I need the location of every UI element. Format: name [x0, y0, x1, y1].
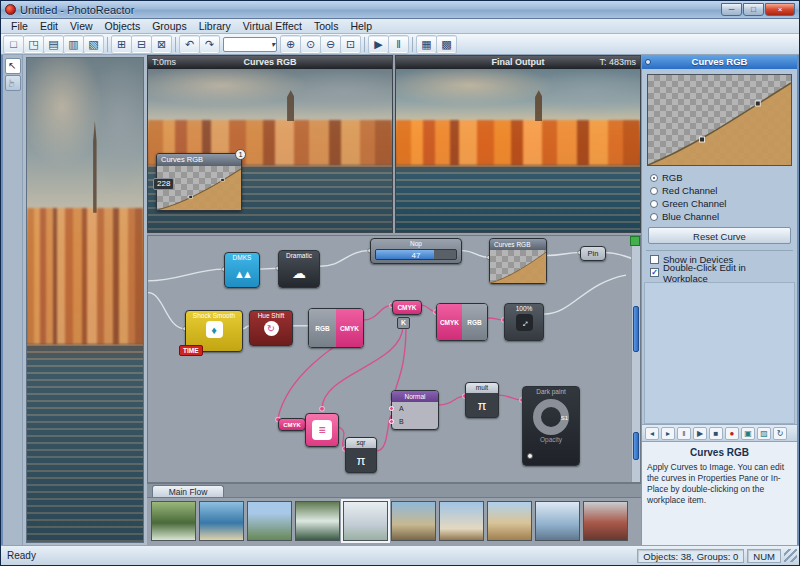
delete-icon[interactable]: ⊠	[152, 36, 171, 53]
channel-option-green[interactable]: Green Channel	[642, 197, 797, 210]
input-port-a[interactable]	[389, 406, 394, 411]
preview-header[interactable]: Final Output T: 483ms	[396, 56, 640, 69]
checkbox-unchecked[interactable]	[650, 255, 659, 264]
scrollbar-thumb[interactable]	[633, 306, 639, 352]
redo-icon[interactable]: ↷	[200, 36, 219, 53]
radio-blue[interactable]	[650, 213, 658, 221]
scrollbar-thumb[interactable]	[633, 432, 639, 460]
curve-editor[interactable]	[647, 74, 792, 166]
node-graph-canvas[interactable]: DMKS ▲▲ Dramatic ☁ Nop 47 Curves RGB	[147, 235, 641, 483]
play-icon[interactable]: ▶	[693, 427, 707, 440]
output-port[interactable]	[527, 453, 533, 459]
filmstrip-thumbnail[interactable]	[439, 501, 484, 541]
node-cmyk-split[interactable]: CMYK K	[392, 300, 422, 315]
channel-option-blue[interactable]: Blue Channel	[642, 210, 797, 223]
menu-edit[interactable]: Edit	[34, 20, 64, 32]
channel-option-red[interactable]: Red Channel	[642, 184, 797, 197]
filmstrip-thumbnail[interactable]	[199, 501, 244, 541]
close-button[interactable]: ×	[765, 3, 795, 16]
menu-view[interactable]: View	[64, 20, 99, 32]
new-file-icon[interactable]: □	[4, 36, 23, 53]
progress-bar[interactable]: 47	[375, 249, 457, 260]
node-mult[interactable]: mult π	[465, 382, 499, 418]
menu-virtual-effect[interactable]: Virtual Effect	[237, 20, 308, 32]
zoom-fit-icon[interactable]: ⊡	[341, 36, 360, 53]
channel-option-rgb[interactable]: RGB	[642, 171, 797, 184]
node-pin[interactable]: Pin	[580, 246, 606, 261]
zoom-in-icon[interactable]: ⊕	[281, 36, 300, 53]
hand-tool-button[interactable]: ☞	[5, 75, 21, 91]
input-port-b[interactable]	[389, 419, 394, 424]
minimize-button[interactable]: ─	[721, 3, 742, 16]
filmstrip-thumbnail-selected[interactable]	[343, 501, 388, 541]
opacity-knob[interactable]: S1	[533, 399, 569, 435]
filmstrip-thumbnail[interactable]	[391, 501, 436, 541]
node-levels[interactable]: ≡	[305, 413, 339, 447]
node-sqr[interactable]: sqr π	[345, 437, 377, 473]
zoom-out-icon[interactable]: ⊖	[321, 36, 340, 53]
save-file-icon[interactable]: ▤	[44, 36, 63, 53]
node-blend-normal[interactable]: Normal A B	[391, 390, 439, 430]
node-dmks[interactable]: DMKS ▲▲	[224, 252, 260, 288]
node-hue-shift[interactable]: Hue Shift ↻	[249, 310, 293, 346]
preview-image-final[interactable]	[396, 69, 640, 232]
paste-icon[interactable]: ⊟	[132, 36, 151, 53]
radio-red[interactable]	[650, 187, 658, 195]
resize-grip[interactable]	[784, 549, 797, 562]
undo-icon[interactable]: ↶	[180, 36, 199, 53]
grid-icon[interactable]: ▦	[417, 36, 436, 53]
filmstrip-thumbnail[interactable]	[583, 501, 628, 541]
filmstrip-thumbnail[interactable]	[247, 501, 292, 541]
step-forward-icon[interactable]: ▸	[661, 427, 675, 440]
node-shock-smooth[interactable]: Shock Smooth ♦ TIME	[185, 310, 243, 352]
option-doubleclick-edit[interactable]: ✓Double-Click Edit in Workplace	[642, 266, 797, 279]
record-icon[interactable]: ●	[725, 427, 739, 440]
menu-help[interactable]: Help	[344, 20, 378, 32]
pause-icon[interactable]: ‖	[677, 427, 691, 440]
node-curves-rgb[interactable]: Curves RGB	[489, 238, 547, 284]
texture-icon[interactable]: ▨	[757, 427, 771, 440]
refresh-icon[interactable]: ↻	[773, 427, 787, 440]
filmstrip-thumbnail[interactable]	[535, 501, 580, 541]
zoom-select[interactable]: ▾	[223, 37, 277, 52]
open-file-icon[interactable]: ◳	[24, 36, 43, 53]
reset-curve-button[interactable]: Reset Curve	[648, 227, 791, 244]
step-back-icon[interactable]: ◂	[645, 427, 659, 440]
preview-image-curves[interactable]: Curves RGB 228 1	[148, 69, 392, 232]
panels-icon[interactable]: ▩	[437, 36, 456, 53]
title-bar[interactable]: Untitled - PhotoReactor ─ □ ×	[1, 1, 799, 19]
stop-icon[interactable]: ■	[709, 427, 723, 440]
filmstrip-thumbnail[interactable]	[295, 501, 340, 541]
checkbox-checked[interactable]: ✓	[650, 268, 659, 277]
floating-curves-node[interactable]: Curves RGB 228 1	[156, 153, 242, 211]
menu-groups[interactable]: Groups	[146, 20, 192, 32]
node-title[interactable]: Curves RGB	[157, 154, 241, 166]
preview-header[interactable]: T:0ms Curves RGB	[148, 56, 392, 69]
device-icon[interactable]: ▣	[741, 427, 755, 440]
play-icon[interactable]: ▶	[369, 36, 388, 53]
k-channel-port[interactable]: K	[397, 317, 410, 329]
select-tool-button[interactable]: ↖	[5, 58, 21, 74]
menu-library[interactable]: Library	[193, 20, 237, 32]
filmstrip-thumbnail[interactable]	[487, 501, 532, 541]
node-nop[interactable]: Nop 47	[370, 238, 462, 264]
node-rgb-to-cmyk[interactable]: RGB CMYK	[308, 308, 364, 348]
node-dramatic[interactable]: Dramatic ☁	[278, 250, 320, 288]
radio-green[interactable]	[650, 200, 658, 208]
radio-rgb[interactable]	[650, 174, 658, 182]
import-icon[interactable]: ▥	[64, 36, 83, 53]
maximize-button[interactable]: □	[743, 3, 764, 16]
menu-objects[interactable]: Objects	[99, 20, 147, 32]
graph-collapse-button[interactable]	[630, 236, 640, 246]
menu-file[interactable]: File	[5, 20, 34, 32]
filmstrip-thumbnail[interactable]	[151, 501, 196, 541]
node-scale-100[interactable]: 100% ↔	[504, 303, 544, 341]
node-dark-paint[interactable]: Dark paint S1 Opacity	[522, 386, 580, 466]
pause-icon[interactable]: ‖	[389, 36, 408, 53]
main-image-thumbnail[interactable]	[26, 57, 144, 543]
copy-icon[interactable]: ⊞	[112, 36, 131, 53]
node-cmyk-tag[interactable]: CMYK	[278, 418, 306, 431]
properties-header[interactable]: Curves RGB	[642, 55, 797, 69]
menu-tools[interactable]: Tools	[308, 20, 345, 32]
node-cmyk-to-rgb[interactable]: CMYK RGB	[436, 303, 488, 341]
